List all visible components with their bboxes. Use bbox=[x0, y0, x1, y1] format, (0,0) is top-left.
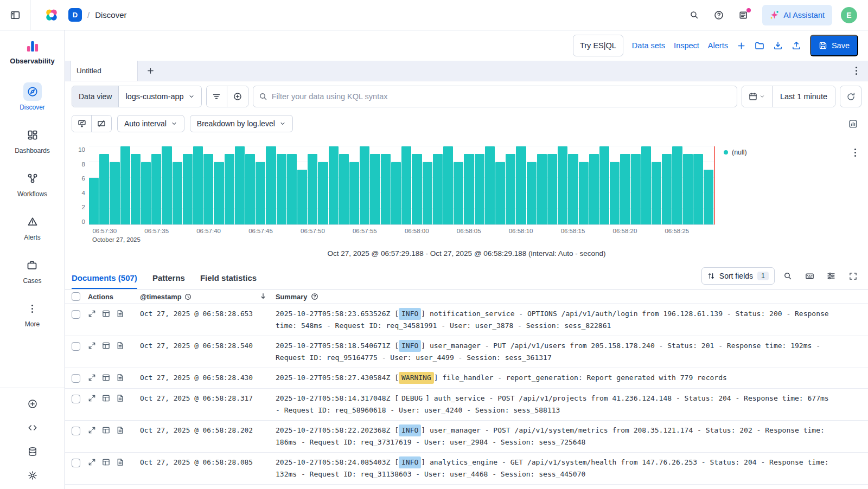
hide-chart-icon[interactable] bbox=[92, 115, 111, 132]
sidebar-item-discover[interactable]: Discover bbox=[20, 82, 45, 111]
histogram-bar[interactable] bbox=[349, 162, 359, 224]
chart-menu-kebab-icon[interactable] bbox=[854, 152, 856, 153]
sort-descending-icon[interactable] bbox=[259, 292, 267, 301]
histogram-bar[interactable] bbox=[214, 162, 224, 224]
breakdown-select[interactable]: Breakdown by log.level bbox=[190, 115, 293, 132]
histogram-bar[interactable] bbox=[89, 178, 99, 224]
data-sets-link[interactable]: Data sets bbox=[632, 41, 665, 50]
summary-column-header[interactable]: Summary bbox=[276, 293, 307, 301]
histogram-bar[interactable] bbox=[245, 154, 255, 224]
calendar-icon[interactable] bbox=[742, 86, 773, 107]
avatar[interactable]: E bbox=[841, 7, 857, 23]
search-icon[interactable] bbox=[684, 5, 704, 25]
histogram-bar[interactable] bbox=[506, 154, 515, 224]
histogram-plot[interactable] bbox=[89, 146, 715, 225]
histogram-bar[interactable] bbox=[110, 162, 119, 224]
histogram-bar[interactable] bbox=[173, 162, 182, 224]
timestamp-column-header[interactable]: @timestamp bbox=[140, 293, 181, 301]
histogram-bar[interactable] bbox=[558, 146, 567, 224]
toggle-details-icon[interactable] bbox=[102, 458, 110, 466]
histogram-bar[interactable] bbox=[360, 146, 369, 224]
histogram-bar[interactable] bbox=[527, 162, 537, 224]
try-esql-button[interactable]: Try ES|QL bbox=[573, 35, 623, 56]
tab-options-kebab-icon[interactable] bbox=[856, 70, 857, 72]
chart-options-icon[interactable] bbox=[844, 115, 861, 132]
view-document-icon[interactable] bbox=[116, 394, 124, 402]
tab-field-statistics[interactable]: Field statistics bbox=[200, 273, 257, 289]
expand-document-icon[interactable] bbox=[88, 310, 96, 318]
row-checkbox[interactable] bbox=[72, 395, 80, 403]
add-filter-icon[interactable] bbox=[227, 86, 248, 107]
sidebar-item-alerts[interactable]: Alerts bbox=[23, 213, 42, 241]
refresh-query-button[interactable] bbox=[840, 86, 861, 107]
histogram-bar[interactable] bbox=[308, 154, 317, 224]
sidebar-item-workflows[interactable]: Workflows bbox=[17, 169, 47, 198]
alerts-link[interactable]: Alerts bbox=[708, 41, 728, 50]
histogram-bar[interactable] bbox=[433, 154, 443, 224]
tab-documents[interactable]: Documents (507) bbox=[72, 273, 137, 289]
histogram-bar[interactable] bbox=[329, 146, 339, 224]
histogram-bar[interactable] bbox=[235, 146, 245, 224]
row-checkbox[interactable] bbox=[72, 459, 80, 467]
interval-select[interactable]: Auto interval bbox=[117, 115, 184, 132]
histogram-bar[interactable] bbox=[537, 154, 547, 224]
view-document-icon[interactable] bbox=[116, 426, 124, 434]
histogram-bar[interactable] bbox=[183, 154, 193, 224]
histogram-bar[interactable] bbox=[225, 154, 234, 224]
search-documents-icon[interactable] bbox=[779, 267, 796, 285]
ai-assistant-button[interactable]: AI Assistant bbox=[762, 5, 832, 25]
elastic-logo-icon[interactable] bbox=[44, 8, 59, 22]
filter-icon[interactable] bbox=[207, 86, 227, 107]
histogram-bar[interactable] bbox=[485, 146, 495, 224]
new-tab-plus-icon[interactable] bbox=[146, 67, 155, 75]
toggle-details-icon[interactable] bbox=[102, 426, 110, 434]
solution-switcher[interactable]: Observability bbox=[10, 39, 54, 65]
histogram-bar[interactable] bbox=[381, 154, 391, 224]
view-document-icon[interactable] bbox=[116, 374, 124, 382]
histogram-bar[interactable] bbox=[579, 162, 589, 224]
kql-search-input[interactable] bbox=[272, 92, 731, 101]
histogram-bar[interactable] bbox=[120, 146, 130, 224]
histogram-bar[interactable] bbox=[652, 162, 661, 224]
expand-document-icon[interactable] bbox=[88, 458, 96, 466]
histogram-bar[interactable] bbox=[99, 154, 109, 224]
expand-document-icon[interactable] bbox=[88, 394, 96, 402]
histogram-bar[interactable] bbox=[287, 154, 297, 224]
share-icon[interactable] bbox=[792, 41, 801, 50]
toggle-details-icon[interactable] bbox=[102, 310, 110, 318]
keyboard-shortcuts-icon[interactable] bbox=[801, 267, 818, 285]
row-checkbox[interactable] bbox=[72, 342, 80, 351]
expand-document-icon[interactable] bbox=[88, 426, 96, 434]
expand-document-icon[interactable] bbox=[88, 374, 96, 382]
data-view-picker[interactable]: Data view logs-custom-app bbox=[72, 86, 202, 107]
move-chart-icon[interactable] bbox=[72, 115, 92, 132]
histogram-bar[interactable] bbox=[568, 154, 578, 224]
sidebar-item-cases[interactable]: Cases bbox=[23, 256, 41, 285]
dev-tools-icon[interactable] bbox=[28, 423, 37, 433]
histogram-bar[interactable] bbox=[151, 154, 161, 224]
time-range-button[interactable]: Last 1 minute bbox=[773, 86, 835, 107]
histogram-bar[interactable] bbox=[443, 146, 453, 224]
save-button[interactable]: Save bbox=[810, 35, 858, 56]
histogram-bar[interactable] bbox=[203, 154, 213, 224]
sidebar-item-more[interactable]: More bbox=[23, 299, 42, 328]
histogram-bar[interactable] bbox=[423, 162, 432, 224]
histogram-bar[interactable] bbox=[516, 146, 526, 224]
histogram-bar[interactable] bbox=[391, 162, 401, 224]
row-checkbox[interactable] bbox=[72, 427, 80, 435]
histogram-bar[interactable] bbox=[672, 146, 682, 224]
toggle-details-icon[interactable] bbox=[102, 374, 110, 382]
histogram-bar[interactable] bbox=[141, 162, 151, 224]
histogram-bar[interactable] bbox=[641, 146, 651, 224]
histogram-bar[interactable] bbox=[297, 170, 307, 224]
fullscreen-icon[interactable] bbox=[844, 267, 861, 285]
download-icon[interactable] bbox=[773, 41, 783, 50]
histogram-bar[interactable] bbox=[266, 146, 276, 224]
histogram-bar[interactable] bbox=[193, 146, 203, 224]
help-icon[interactable] bbox=[709, 5, 729, 25]
select-all-checkbox[interactable] bbox=[72, 292, 80, 301]
sort-fields-button[interactable]: Sort fields 1 bbox=[701, 267, 775, 285]
new-session-plus-icon[interactable] bbox=[737, 41, 746, 50]
histogram-bar[interactable] bbox=[610, 162, 620, 224]
histogram-bar[interactable] bbox=[662, 154, 672, 224]
